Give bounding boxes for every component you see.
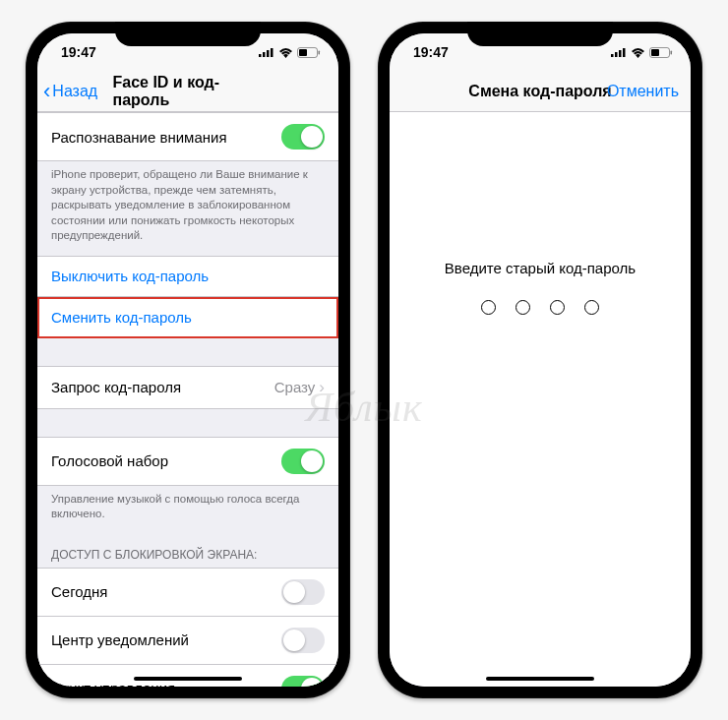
require-detail: Сразу › [274, 378, 325, 397]
row-label: Пункт управления [51, 680, 175, 687]
row-label: Центр уведомлений [51, 631, 189, 648]
svg-rect-7 [611, 54, 614, 57]
svg-rect-2 [267, 50, 270, 57]
signal-icon [611, 47, 627, 57]
require-passcode-cell[interactable]: Запрос код-пароля Сразу › [37, 366, 338, 409]
row-label: Сегодня [51, 583, 108, 600]
list-item[interactable]: Сегодня [37, 568, 338, 617]
svg-rect-8 [615, 52, 618, 57]
attention-switch[interactable] [281, 124, 325, 150]
row-switch[interactable] [281, 676, 325, 687]
disable-passcode-label: Выключить код-пароль [51, 268, 209, 284]
status-time: 19:47 [55, 44, 96, 60]
passcode-area: Введите старый код-пароль [390, 112, 691, 687]
signal-icon [259, 47, 274, 57]
lock-screen-section-header: ДОСТУП С БЛОКИРОВКОЙ ЭКРАНА: [37, 534, 338, 568]
home-indicator[interactable] [134, 677, 242, 681]
screen-left: 19:47 ‹ Назад Face ID и код-пароль Распо… [37, 33, 338, 687]
nav-bar: Смена код-пароля Отменить [390, 71, 691, 112]
svg-rect-10 [623, 48, 626, 57]
svg-rect-6 [319, 50, 321, 54]
voice-dial-cell[interactable]: Голосовой набор [37, 437, 338, 486]
svg-rect-1 [263, 52, 266, 57]
list-item[interactable]: Центр уведомлений [37, 617, 338, 665]
svg-rect-9 [619, 50, 622, 57]
require-value: Сразу [274, 379, 316, 395]
back-button[interactable]: ‹ Назад [43, 79, 97, 104]
attention-label: Распознавание внимания [51, 129, 227, 146]
passcode-dot [550, 300, 565, 315]
status-time: 19:47 [407, 44, 449, 60]
voice-dial-switch[interactable] [281, 449, 325, 474]
svg-rect-5 [299, 49, 307, 56]
phone-right: 19:47 Смена код-пароля Отменить Введите … [378, 22, 702, 698]
require-label: Запрос код-пароля [51, 379, 181, 395]
svg-rect-0 [259, 54, 262, 57]
attention-footer: iPhone проверит, обращено ли Ваше вниман… [37, 161, 338, 256]
cancel-button[interactable]: Отменить [607, 83, 679, 100]
battery-icon [297, 47, 321, 58]
passcode-dot [584, 300, 599, 315]
voice-dial-label: Голосовой набор [51, 452, 168, 469]
passcode-dot [516, 300, 530, 315]
change-passcode-label: Сменить код-пароль [51, 309, 192, 326]
row-switch[interactable] [281, 579, 325, 605]
passcode-prompt: Введите старый код-пароль [390, 260, 691, 276]
row-switch[interactable] [281, 628, 325, 653]
back-label: Назад [52, 83, 97, 100]
attention-aware-cell[interactable]: Распознавание внимания [37, 112, 338, 161]
settings-content: Распознавание внимания iPhone проверит, … [37, 112, 338, 687]
screen-right: 19:47 Смена код-пароля Отменить Введите … [390, 33, 691, 687]
svg-rect-3 [271, 48, 273, 57]
notch [467, 22, 613, 46]
change-passcode-cell[interactable]: Сменить код-пароль [37, 297, 338, 338]
page-title: Face ID и код-пароль [113, 74, 264, 109]
list-item[interactable]: Пункт управления [37, 665, 338, 687]
spacer [37, 409, 338, 437]
notch [115, 22, 261, 46]
voice-footer: Управление музыкой с помощью голоса всег… [37, 486, 338, 534]
disable-passcode-cell[interactable]: Выключить код-пароль [37, 256, 338, 297]
svg-rect-13 [671, 50, 673, 54]
nav-bar: ‹ Назад Face ID и код-пароль [37, 71, 338, 112]
chevron-right-icon: › [319, 378, 325, 397]
status-icons [611, 47, 673, 58]
page-title: Смена код-пароля [468, 83, 611, 100]
wifi-icon [278, 47, 293, 58]
passcode-dots [390, 300, 691, 315]
phone-left: 19:47 ‹ Назад Face ID и код-пароль Распо… [26, 22, 350, 698]
home-indicator[interactable] [486, 677, 594, 681]
battery-icon [649, 47, 673, 58]
wifi-icon [631, 47, 645, 58]
chevron-left-icon: ‹ [43, 79, 50, 104]
svg-rect-12 [651, 49, 659, 56]
status-icons [259, 47, 321, 58]
spacer [37, 338, 338, 366]
passcode-dot [481, 300, 496, 315]
